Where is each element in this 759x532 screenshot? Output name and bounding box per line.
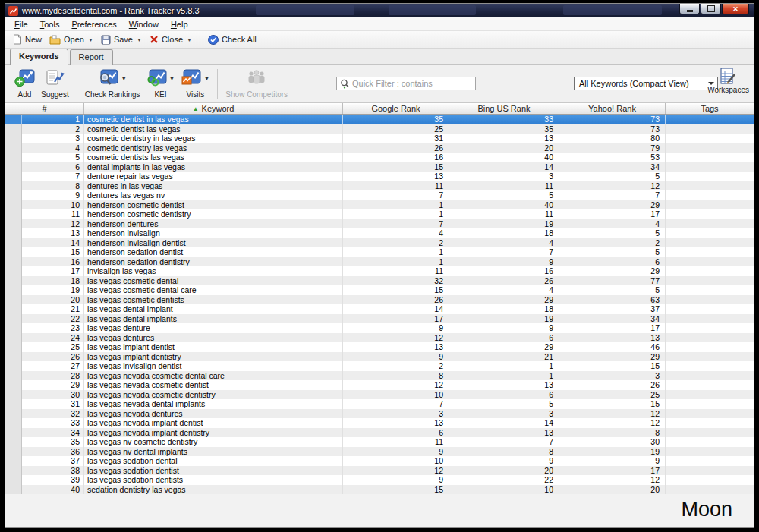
- open-button[interactable]: Open ▼: [46, 34, 97, 46]
- cell-bing-rank: 4: [449, 285, 559, 295]
- table-row[interactable]: 23las vegas denture9917: [5, 323, 754, 333]
- table-row[interactable]: 16henderson sedation dentistry196: [5, 257, 754, 267]
- column-header-google-rank[interactable]: Google Rank: [343, 103, 449, 114]
- table-row[interactable]: 25las vegas implant dentist132946: [5, 342, 754, 352]
- table-row[interactable]: 28las vegas nevada cosmetic dental care8…: [5, 371, 754, 381]
- check-all-button[interactable]: Check All: [204, 34, 260, 46]
- table-row[interactable]: 13henderson invisalign4185: [5, 228, 754, 238]
- menu-tools[interactable]: Tools: [34, 18, 66, 30]
- close-doc-button[interactable]: Close ▼: [146, 34, 196, 45]
- cell-keyword: henderson invisalign dentist: [84, 238, 343, 248]
- menu-file[interactable]: File: [8, 18, 34, 30]
- save-button[interactable]: Save ▼: [97, 34, 146, 46]
- cell-keyword: henderson dentures: [84, 219, 343, 229]
- cell-keyword: henderson cosmetic dentist: [84, 200, 343, 210]
- table-row[interactable]: 15henderson sedation dentist175: [5, 247, 754, 257]
- kei-dropdown[interactable]: ▼: [169, 75, 175, 82]
- cell-google-rank: 9: [343, 323, 449, 333]
- table-row[interactable]: 4cosmetic dentistry las vegas262079: [5, 143, 754, 153]
- table-row[interactable]: 33las vegas nevada implant dentist131412: [5, 418, 754, 428]
- cell-tags: [666, 342, 754, 352]
- cell-keyword: las vegas implant dentist: [84, 342, 343, 352]
- suggest-button[interactable]: Suggest: [41, 68, 69, 99]
- table-row[interactable]: 10henderson cosmetic dentist14029: [5, 200, 754, 210]
- workspaces-button[interactable]: Workspaces: [707, 68, 749, 94]
- cell-yahoo-rank: 2: [559, 238, 666, 248]
- table-row[interactable]: 7denture repair las vegas1335: [5, 172, 754, 181]
- table-row[interactable]: 39las vegas sedation dentists92212: [5, 475, 754, 485]
- table-row[interactable]: 22las vegas dental implants171934: [5, 314, 754, 324]
- table-row[interactable]: 14henderson invisalign dentist242: [5, 238, 754, 248]
- cell-tags: [666, 485, 754, 495]
- table-row[interactable]: 20las vegas cosmetic dentists262963: [5, 295, 754, 305]
- close-button[interactable]: [722, 4, 749, 14]
- column-header-yahoo-rank[interactable]: Yahoo! Rank: [559, 103, 666, 114]
- cell-yahoo-rank: 12: [559, 475, 666, 485]
- table-row[interactable]: 37las vegas sedation dental1099: [5, 456, 754, 466]
- table-row[interactable]: 12henderson dentures7194: [5, 219, 754, 229]
- tab-report[interactable]: Report: [70, 49, 113, 65]
- menu-window[interactable]: Window: [123, 18, 165, 30]
- table-row[interactable]: 36las vegas nv dental implants9819: [5, 447, 754, 457]
- table-row[interactable]: 17invisalign las vegas111629: [5, 266, 754, 276]
- cell-tags: [666, 143, 754, 153]
- column-header-tags[interactable]: Tags: [666, 103, 754, 114]
- cell-bing-rank: 7: [449, 437, 559, 447]
- column-header-number[interactable]: #: [5, 103, 84, 114]
- check-rankings-button[interactable]: ▼ Check Rankings: [85, 68, 140, 99]
- table-row[interactable]: 9dentures las vegas nv757: [5, 190, 754, 200]
- cell-yahoo-rank: 9: [559, 456, 666, 466]
- table-row[interactable]: 40sedation dentistry las vegas151020: [5, 485, 754, 495]
- cell-keyword: las vegas nevada cosmetic dentist: [84, 380, 343, 390]
- column-header-bing-rank[interactable]: Bing US Rank: [449, 103, 559, 114]
- table-row[interactable]: 34las vegas nevada implant dentistry6138: [5, 428, 754, 438]
- table-row[interactable]: 21las vegas dental implant141837: [5, 304, 754, 314]
- quick-filter-input[interactable]: [352, 79, 472, 88]
- cell-google-rank: 9: [343, 447, 449, 457]
- add-button[interactable]: Add: [14, 68, 35, 99]
- table-row[interactable]: 27las vegas invisalign dentist2115: [5, 361, 754, 371]
- table-row[interactable]: 38las vegas sedation dentist122017: [5, 466, 754, 476]
- menu-preferences[interactable]: Preferences: [65, 18, 122, 30]
- table-row[interactable]: 26las vegas implant dentistry92129: [5, 352, 754, 362]
- cell-keyword: las vegas nv cosmetic dentistry: [84, 437, 343, 447]
- table-header: # ▲ Keyword Google Rank Bing US Rank Yah…: [5, 102, 754, 115]
- visits-button[interactable]: ▼ Visits: [181, 68, 209, 99]
- maximize-button[interactable]: [701, 4, 721, 14]
- cell-tags: [666, 304, 754, 314]
- table-row[interactable]: 24las vegas dentures12613: [5, 333, 754, 343]
- cell-keyword: las vegas dental implants: [84, 314, 343, 324]
- table-row[interactable]: 32las vegas nevada dentures3312: [5, 409, 754, 419]
- cell-keyword: cosmetic dentist las vegas: [84, 124, 343, 134]
- column-header-keyword[interactable]: ▲ Keyword: [84, 103, 343, 114]
- table-row[interactable]: 8dentures in las vegas111112: [5, 181, 754, 191]
- table-row[interactable]: 19las vegas cosmetic dental care1545: [5, 285, 754, 295]
- table-row[interactable]: 35las vegas nv cosmetic dentistry11730: [5, 437, 754, 447]
- table-row[interactable]: 6dental implants in las vegas151434: [5, 162, 754, 172]
- tab-keywords[interactable]: Keywords: [10, 49, 68, 65]
- table-row[interactable]: 1cosmetic dentist in las vegas353373: [5, 115, 754, 124]
- menu-help[interactable]: Help: [165, 18, 194, 30]
- new-button[interactable]: New: [8, 33, 46, 46]
- row-gutter: [5, 181, 22, 191]
- cell-keyword: las vegas cosmetic dental care: [84, 285, 343, 295]
- cell-yahoo-rank: 17: [559, 209, 666, 219]
- table-row[interactable]: 5cosmetic dentists las vegas164053: [5, 153, 754, 162]
- table-row[interactable]: 18las vegas cosmetic dental322677: [5, 276, 754, 286]
- cell-yahoo-rank: 6: [559, 257, 666, 267]
- keyword-view-select[interactable]: All Keywords (Compact View): [574, 77, 718, 90]
- chart-orange-graph-icon: [181, 69, 201, 87]
- minimize-button[interactable]: [679, 4, 700, 14]
- cell-google-rank: 14: [343, 304, 449, 314]
- visits-dropdown[interactable]: ▼: [203, 75, 209, 82]
- table-row[interactable]: 29las vegas nevada cosmetic dentist12132…: [5, 380, 754, 390]
- table-row[interactable]: 2cosmetic dentist las vegas253573: [5, 124, 754, 134]
- table-row[interactable]: 31las vegas nevada dental implants7515: [5, 399, 754, 409]
- table-row[interactable]: 30las vegas nevada cosmetic dentistry106…: [5, 390, 754, 400]
- check-rankings-dropdown[interactable]: ▼: [121, 75, 127, 82]
- table-row[interactable]: 11henderson cosmetic dentistry11117: [5, 209, 754, 219]
- kei-button[interactable]: ▼ KEI: [146, 68, 175, 99]
- cell-bing-rank: 4: [449, 238, 559, 248]
- row-gutter: [5, 456, 22, 466]
- table-row[interactable]: 3cosmetic dentistry in las vegas311380: [5, 134, 754, 143]
